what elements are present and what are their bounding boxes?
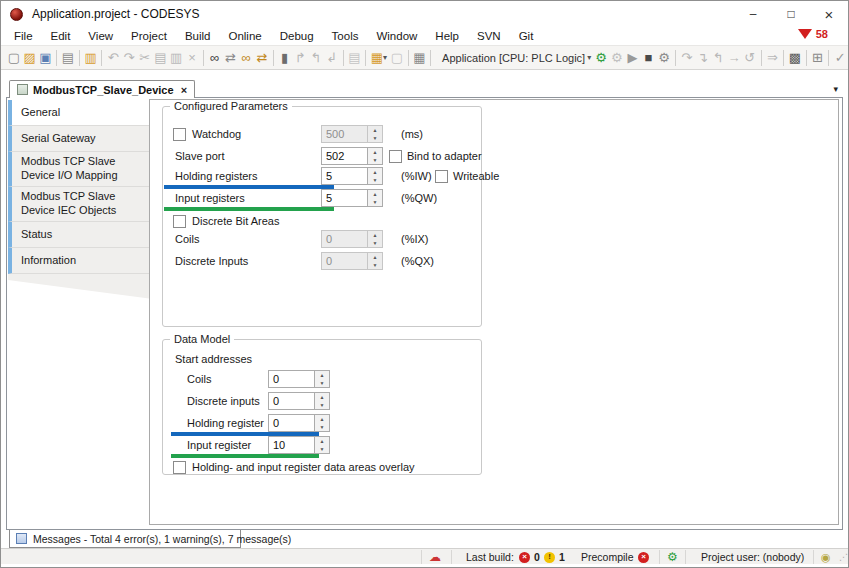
single-cycle-icon[interactable]: ⇒ bbox=[764, 49, 780, 67]
messages-panel-tab[interactable]: Messages - Total 4 error(s), 1 warning(s… bbox=[9, 530, 241, 548]
prev-bookmark-icon[interactable]: ↰ bbox=[308, 49, 324, 67]
window-list-caret-icon[interactable]: ▾ bbox=[833, 84, 838, 94]
coils-spinner[interactable]: ▲▼ bbox=[367, 231, 382, 247]
step-out-icon[interactable]: ↰ bbox=[710, 49, 726, 67]
minimize-button[interactable]: – bbox=[734, 1, 772, 27]
find-objects-icon[interactable]: ∞ bbox=[238, 49, 254, 67]
application-selector[interactable]: Application [CPU: PLC Logic] bbox=[434, 52, 589, 64]
flow-control-icon[interactable]: ▩ bbox=[787, 49, 803, 67]
undo-icon[interactable]: ↶ bbox=[105, 49, 121, 67]
slave-port-spinner[interactable]: ▲▼ bbox=[367, 148, 382, 164]
properties-icon[interactable]: ▢ bbox=[389, 49, 405, 67]
dm-holding-register-input[interactable]: 0 ▲▼ bbox=[268, 414, 330, 432]
dm-input-register-input[interactable]: 10 ▲▼ bbox=[268, 436, 330, 454]
discrete-bit-areas-checkbox[interactable] bbox=[173, 215, 186, 228]
start-icon[interactable]: ▶ bbox=[625, 49, 641, 67]
resize-grip[interactable]: ⋰ bbox=[839, 549, 848, 565]
logout-icon[interactable]: ⚙ bbox=[609, 49, 625, 67]
close-button[interactable]: × bbox=[810, 1, 848, 27]
reset-icon[interactable]: ↺ bbox=[742, 49, 758, 67]
menu-edit[interactable]: Edit bbox=[42, 28, 80, 44]
menu-file[interactable]: File bbox=[5, 28, 42, 44]
tab-label: ModbusTCP_Slave_Device bbox=[33, 84, 174, 96]
build-warning-icon: ! bbox=[544, 549, 555, 565]
replace-objects-icon[interactable]: ⇄ bbox=[254, 49, 270, 67]
dm-holding-register-spinner[interactable]: ▲▼ bbox=[314, 415, 329, 431]
stop-icon[interactable]: ■ bbox=[640, 49, 656, 67]
dm-input-register-spinner[interactable]: ▲▼ bbox=[314, 437, 329, 453]
sidebar-item-serial-gateway[interactable]: Serial Gateway bbox=[8, 126, 149, 152]
menu-view[interactable]: View bbox=[79, 28, 122, 44]
build-icon[interactable]: ▦ bbox=[411, 49, 427, 67]
menu-help[interactable]: Help bbox=[426, 28, 468, 44]
run-to-cursor-icon[interactable]: → bbox=[726, 49, 742, 67]
coils-input[interactable]: 0 ▲▼ bbox=[321, 230, 383, 248]
save-icon[interactable]: ▣ bbox=[38, 49, 54, 67]
maximize-button[interactable]: □ bbox=[772, 1, 810, 27]
new-file-icon[interactable]: ▢ bbox=[6, 49, 22, 67]
dm-discrete-inputs-input[interactable]: 0 ▲▼ bbox=[268, 392, 330, 410]
holding-registers-input[interactable]: 5 ▲▼ bbox=[321, 167, 383, 185]
menu-build[interactable]: Build bbox=[176, 28, 220, 44]
find-icon[interactable]: ∞ bbox=[207, 49, 223, 67]
menu-debug[interactable]: Debug bbox=[271, 28, 323, 44]
sidebar-item-io-mapping[interactable]: Modbus TCP Slave Device I/O Mapping bbox=[8, 152, 149, 187]
delete-icon[interactable]: × bbox=[184, 49, 200, 67]
slave-port-input[interactable]: 502 ▲▼ bbox=[321, 147, 383, 165]
dm-coils-input[interactable]: 0 ▲▼ bbox=[268, 370, 330, 388]
application-selector-caret-icon[interactable]: ▾ bbox=[587, 53, 591, 62]
breakpoint-icon[interactable]: ⚙ bbox=[656, 49, 672, 67]
overlay-checkbox[interactable] bbox=[173, 461, 186, 474]
dm-discrete-inputs-spinner[interactable]: ▲▼ bbox=[314, 393, 329, 409]
bookmark-icon[interactable]: ▮ bbox=[277, 49, 293, 67]
menu-git[interactable]: Git bbox=[510, 28, 543, 44]
redo-icon[interactable]: ↷ bbox=[121, 49, 137, 67]
discrete-inputs-input[interactable]: 0 ▲▼ bbox=[321, 252, 383, 270]
menu-online[interactable]: Online bbox=[219, 28, 270, 44]
watchdog-spinner[interactable]: ▲▼ bbox=[367, 126, 382, 142]
replace-icon[interactable]: ⇄ bbox=[223, 49, 239, 67]
bind-to-adapter-checkbox[interactable] bbox=[389, 150, 402, 163]
dm-coils-label: Coils bbox=[187, 373, 211, 385]
copy-all-icon[interactable]: ▤ bbox=[347, 49, 363, 67]
sidebar-item-general[interactable]: General bbox=[8, 100, 149, 126]
input-registers-input[interactable]: 5 ▲▼ bbox=[321, 189, 383, 207]
cut-icon[interactable]: ✂ bbox=[137, 49, 153, 67]
new-object-caret-icon[interactable]: ▾ bbox=[383, 53, 387, 62]
menu-project[interactable]: Project bbox=[122, 28, 176, 44]
tab-close-icon[interactable]: × bbox=[181, 84, 187, 96]
step-into-icon[interactable]: ↴ bbox=[695, 49, 711, 67]
menu-svn[interactable]: SVN bbox=[468, 28, 510, 44]
sidebar-item-information[interactable]: Information bbox=[8, 248, 149, 274]
watchdog-checkbox[interactable] bbox=[173, 128, 186, 141]
step-over-icon[interactable]: ↷ bbox=[679, 49, 695, 67]
clear-bookmarks-icon[interactable]: ↲ bbox=[324, 49, 340, 67]
holding-registers-spinner[interactable]: ▲▼ bbox=[367, 168, 382, 184]
dm-coils-spinner[interactable]: ▲▼ bbox=[314, 371, 329, 387]
syntax-check-icon[interactable]: ✓ bbox=[832, 49, 848, 67]
next-bookmark-icon[interactable]: ↱ bbox=[292, 49, 308, 67]
last-build-label: Last build: bbox=[466, 549, 514, 565]
watchdog-input[interactable]: 500 ▲▼ bbox=[321, 125, 383, 143]
writeable-checkbox[interactable] bbox=[435, 170, 448, 183]
discrete-inputs-spinner[interactable]: ▲▼ bbox=[367, 253, 382, 269]
error-filter-badge[interactable]: 58 bbox=[798, 28, 828, 40]
tab-modbustcp-slave-device[interactable]: ModbusTCP_Slave_Device × bbox=[9, 80, 195, 98]
copy-icon[interactable]: ▤ bbox=[153, 49, 169, 67]
menu-tools[interactable]: Tools bbox=[323, 28, 368, 44]
login-icon[interactable]: ⚙ bbox=[593, 49, 609, 67]
paste-icon[interactable]: ▥ bbox=[168, 49, 184, 67]
user-management-icon[interactable]: ◉ bbox=[821, 549, 831, 565]
input-registers-spinner[interactable]: ▲▼ bbox=[367, 190, 382, 206]
menu-window[interactable]: Window bbox=[367, 28, 426, 44]
sidebar-item-status[interactable]: Status bbox=[8, 222, 149, 248]
open-file-icon[interactable]: ▨ bbox=[22, 49, 38, 67]
document-tabbar: ModbusTCP_Slave_Device × ▾ bbox=[6, 80, 843, 98]
titlebar: Application.project - CODESYS bbox=[1, 1, 848, 27]
copy-project-icon[interactable]: ▥ bbox=[83, 49, 99, 67]
application-selector-label: Application [CPU: PLC Logic] bbox=[442, 52, 585, 64]
print-icon[interactable]: ▤ bbox=[60, 49, 76, 67]
slave-port-label: Slave port bbox=[175, 150, 225, 162]
force-values-icon[interactable]: ⊞ bbox=[810, 49, 826, 67]
sidebar-item-iec-objects[interactable]: Modbus TCP Slave Device IEC Objects bbox=[8, 187, 149, 222]
